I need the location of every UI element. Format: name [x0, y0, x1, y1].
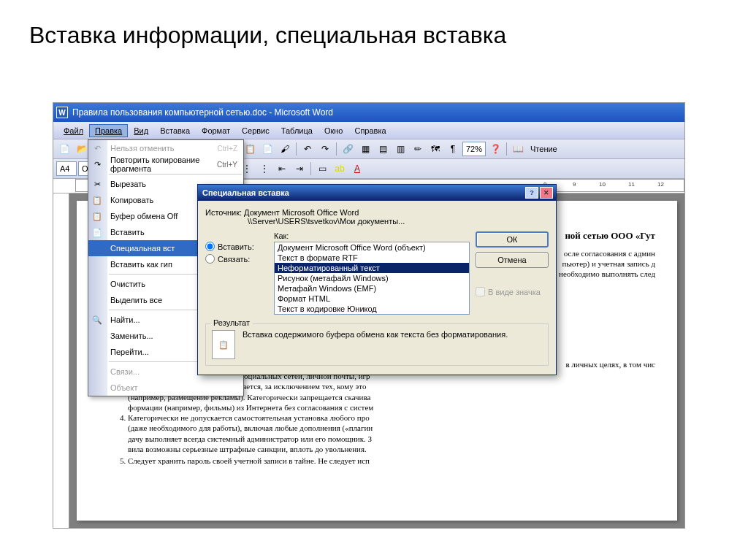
menu-view[interactable]: Вид	[128, 124, 154, 137]
copy-icon: 📋	[91, 194, 103, 206]
as-icon-input	[476, 287, 485, 296]
doc-para: формации (например, фильмы) из Интернета…	[128, 402, 655, 413]
separator	[506, 142, 507, 156]
source-label: Источник:	[205, 208, 242, 217]
paste-special-dialog: Специальная вставка ? ✕ Источник: Докуме…	[197, 184, 557, 375]
slide-title: Вставка информации, специальная вставка	[0, 0, 748, 64]
paste-icon: 📄	[91, 226, 103, 238]
drawing-icon[interactable]: ✏	[410, 141, 426, 157]
as-label: Как:	[274, 231, 470, 240]
map-icon[interactable]: 🗺	[427, 141, 443, 157]
cancel-button[interactable]: Отмена	[476, 252, 549, 268]
link-radio[interactable]: Связать:	[205, 254, 268, 264]
link-radio-input[interactable]	[205, 254, 215, 264]
menu-format[interactable]: Формат	[196, 124, 236, 137]
help-icon[interactable]: ❓	[487, 141, 503, 157]
clipboard-icon: 📋	[91, 210, 103, 222]
bullets-icon[interactable]: ⋮	[256, 161, 272, 177]
paste-radio[interactable]: Вставить:	[205, 242, 268, 251]
border-icon[interactable]: ▭	[314, 161, 330, 177]
paste-icon[interactable]: 📄	[259, 141, 275, 157]
help-icon[interactable]: ?	[525, 187, 538, 199]
columns-icon[interactable]: ▥	[392, 141, 408, 157]
separator	[310, 162, 311, 175]
paste-radio-input[interactable]	[205, 242, 215, 251]
menu-edit[interactable]: Правка	[89, 124, 128, 137]
word-icon: W	[56, 107, 68, 118]
menu-window[interactable]: Окно	[318, 124, 349, 137]
list-item[interactable]: Текст в формате RTF	[275, 253, 469, 263]
source-value: Документ Microsoft Office Word	[244, 208, 359, 217]
find-icon: 🔍	[91, 314, 103, 326]
separator	[296, 142, 297, 156]
window-title: Правила пользования компьютерной сетью.d…	[72, 107, 682, 118]
redo-icon[interactable]: ↷	[317, 141, 333, 157]
menu-redo[interactable]: ↷ Повторить копирование фрагмента Ctrl+Y	[88, 156, 243, 172]
font-color-icon[interactable]: A	[349, 161, 365, 177]
titlebar: W Правила пользования компьютерной сетью…	[53, 103, 684, 122]
result-text: Вставка содержимого буфера обмена как те…	[243, 330, 508, 339]
clipboard-icon: 📋	[212, 330, 235, 359]
separator	[336, 142, 337, 156]
dialog-title: Специальная вставка	[201, 188, 524, 197]
menu-help[interactable]: Справка	[348, 124, 392, 137]
excel-icon[interactable]: ▤	[375, 141, 391, 157]
redo-icon: ↷	[91, 158, 103, 170]
increase-indent-icon[interactable]: ⇥	[291, 161, 308, 177]
list-item[interactable]: Рисунок (метафайл Windows)	[275, 273, 469, 283]
new-icon[interactable]: 📄	[56, 141, 72, 157]
read-label[interactable]: Чтение	[527, 145, 560, 153]
undo-icon[interactable]: ↶	[299, 141, 316, 157]
table-icon[interactable]: ▦	[357, 141, 373, 157]
menu-object: Объект	[88, 380, 243, 396]
dialog-titlebar[interactable]: Специальная вставка ? ✕	[198, 185, 556, 201]
read-icon[interactable]: 📖	[510, 141, 526, 157]
doc-list-item: Следует хранить пароль своей учетной зап…	[128, 456, 655, 466]
copy-icon[interactable]: 📋	[242, 141, 258, 157]
undo-icon: ↶	[91, 142, 103, 154]
list-item[interactable]: Метафайл Windows (EMF)	[275, 283, 469, 294]
cut-icon: ✂	[91, 178, 103, 190]
highlight-icon[interactable]: ab	[332, 161, 348, 177]
menu-tools[interactable]: Сервис	[236, 124, 275, 137]
menu-insert[interactable]: Вставка	[154, 124, 196, 137]
list-item[interactable]: Документ Microsoft Office Word (объект)	[275, 242, 469, 253]
doc-list-item: Категорически не допускается самостоятел…	[128, 413, 655, 454]
list-item[interactable]: Неформатированный текст	[275, 263, 469, 273]
menu-table[interactable]: Таблица	[275, 124, 318, 137]
result-group: Результат 📋 Вставка содержимого буфера о…	[205, 323, 549, 366]
format-painter-icon[interactable]: 🖌	[277, 141, 293, 157]
close-icon[interactable]: ✕	[540, 187, 553, 199]
ok-button[interactable]: ОК	[476, 231, 549, 248]
menubar: Файл Правка Вид Вставка Формат Сервис Та…	[53, 122, 684, 139]
style-combo[interactable]: A4	[56, 161, 77, 176]
source-path: \\Server\USERS\tsvetkov\Мои документы...	[248, 217, 405, 226]
format-listbox[interactable]: Документ Microsoft Office Word (объект) …	[274, 242, 470, 315]
pilcrow-icon[interactable]: ¶	[445, 141, 461, 157]
list-item[interactable]: Текст в кодировке Юникод	[275, 304, 469, 314]
hyperlink-icon[interactable]: 🔗	[340, 141, 356, 157]
result-legend: Результат	[210, 318, 253, 327]
menu-file[interactable]: Файл	[58, 124, 89, 137]
as-icon-checkbox: В виде значка	[476, 287, 549, 296]
decrease-indent-icon[interactable]: ⇤	[274, 161, 290, 177]
zoom-combo[interactable]: 72%	[462, 142, 486, 156]
separator	[109, 174, 242, 174]
ruler-vertical[interactable]	[53, 193, 69, 528]
list-item[interactable]: Формат HTML	[275, 294, 469, 304]
menu-undo: ↶ Нельзя отменить Ctrl+Z	[88, 140, 243, 156]
